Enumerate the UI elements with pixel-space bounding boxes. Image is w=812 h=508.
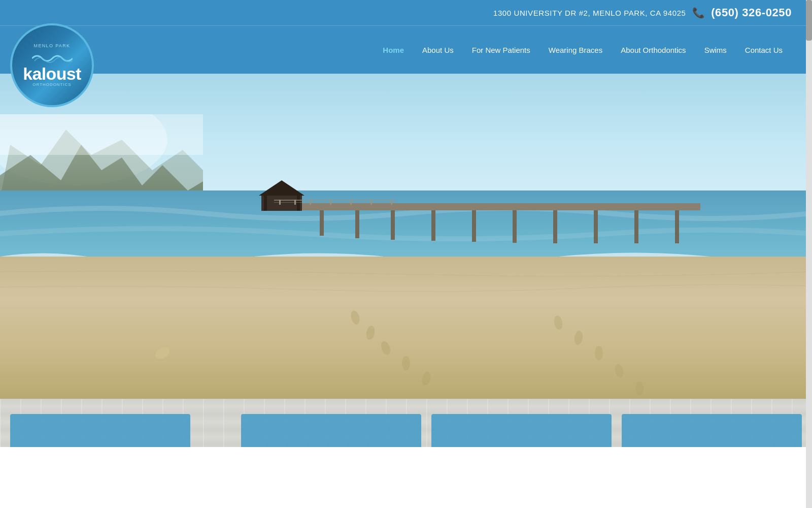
address-text: 1300 UNIVERSITY DR #2, MENLO PARK, CA 94… [493, 9, 686, 17]
nav-item-about-us[interactable]: About Us [413, 26, 463, 74]
svg-rect-3 [274, 203, 700, 210]
svg-rect-27 [0, 257, 812, 399]
scrollbar[interactable] [806, 0, 812, 447]
svg-rect-7 [297, 196, 300, 211]
svg-rect-6 [264, 196, 267, 211]
svg-rect-16 [634, 210, 638, 243]
nav-item-wearing-braces[interactable]: Wearing Braces [539, 26, 612, 74]
bottom-card-4[interactable] [622, 414, 802, 447]
svg-rect-10 [391, 210, 395, 240]
scrollbar-thumb[interactable] [806, 0, 812, 41]
logo-top-text: MENLO PARK [34, 43, 71, 48]
svg-rect-17 [675, 210, 679, 243]
svg-point-37 [635, 382, 644, 396]
header-nav-bar: MENLO PARK kaloust ORTHODONTICS Home Abo… [0, 25, 812, 74]
svg-point-31 [402, 356, 410, 370]
svg-rect-1 [0, 114, 203, 155]
bottom-card-1[interactable] [10, 414, 190, 447]
svg-marker-5 [259, 180, 304, 196]
svg-rect-26 [274, 202, 396, 203]
nav-item-about-orthodontics[interactable]: About Orthodontics [612, 26, 695, 74]
nav-item-new-patients[interactable]: For New Patients [463, 26, 539, 74]
header-top-bar: 1300 UNIVERSITY DR #2, MENLO PARK, CA 94… [0, 0, 812, 25]
phone-number: (650) 326-0250 [711, 6, 792, 19]
nav-item-home[interactable]: Home [374, 26, 413, 74]
bottom-card-3[interactable] [431, 414, 612, 447]
svg-rect-11 [431, 210, 435, 241]
bottom-section [0, 399, 812, 447]
logo-circle: MENLO PARK kaloust ORTHODONTICS [10, 23, 94, 107]
svg-rect-25 [274, 200, 396, 201]
logo-wave-icon [32, 51, 73, 64]
svg-point-35 [595, 346, 603, 360]
svg-rect-9 [355, 210, 359, 238]
logo[interactable]: MENLO PARK kaloust ORTHODONTICS [10, 23, 94, 107]
svg-rect-13 [513, 210, 517, 243]
main-nav: Home About Us For New Patients Wearing B… [109, 26, 792, 74]
logo-main-text: kaloust [23, 65, 81, 82]
hero-image [0, 74, 812, 399]
phone-icon: 📞 [692, 7, 705, 19]
hero-sand [0, 257, 812, 399]
svg-rect-8 [320, 210, 324, 236]
nav-item-swims[interactable]: Swims [695, 26, 736, 74]
svg-rect-14 [553, 210, 557, 243]
svg-rect-15 [594, 210, 598, 243]
contact-info: 1300 UNIVERSITY DR #2, MENLO PARK, CA 94… [493, 6, 792, 19]
nav-item-contact-us[interactable]: Contact Us [736, 26, 792, 74]
bottom-card-2[interactable] [241, 414, 421, 447]
logo-bottom-text: ORTHODONTICS [32, 82, 71, 87]
svg-rect-12 [472, 210, 476, 242]
